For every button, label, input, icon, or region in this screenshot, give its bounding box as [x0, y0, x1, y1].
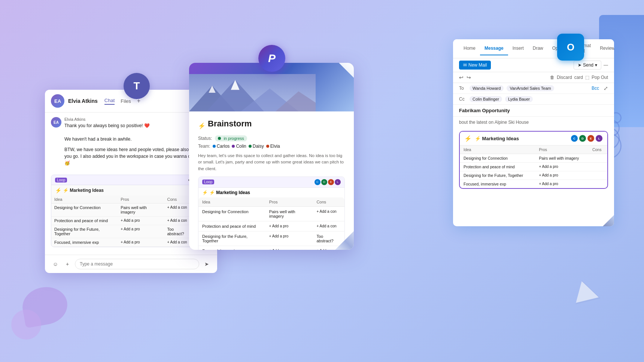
send-icon: ➤: [578, 62, 581, 68]
table-row: Designing for Connection Pairs well with…: [460, 154, 607, 163]
loop-lightning-icon: ⚡: [198, 122, 206, 129]
col-idea: Idea: [198, 197, 265, 207]
table-row: Focused, immersive exp + Add a pro: [460, 180, 607, 188]
message-input[interactable]: [75, 259, 199, 269]
col-cons: Cons: [589, 145, 607, 154]
bcc-toggle[interactable]: Bcc: [592, 86, 599, 91]
loop-main-table: Idea Pros Cons Designing for Connection …: [198, 197, 344, 250]
loop-card-header: ⚡ ⚡ Marketing Ideas C D E L: [460, 132, 607, 145]
loop-main-lightning: ⚡: [202, 190, 208, 195]
message-avatar-1: EA: [51, 117, 61, 128]
loop-main-title: ⚡ ⚡ Marketing Ideas: [198, 188, 344, 197]
loop-main-window: ⚡ Brainstorm Status: in progress Team: C…: [189, 63, 354, 250]
loop-team-row: Team: Carlos Colin Daisy Elvia: [198, 144, 345, 149]
loop-header-label: Loop: [55, 178, 67, 182]
send-icon[interactable]: ➤: [202, 260, 211, 269]
teams-user-avatar: EA: [51, 94, 64, 108]
loop-letter: P: [268, 52, 276, 65]
outlook-letter: O: [567, 42, 574, 53]
loop-comp-title: ⚡ ⚡ Marketing Ideas: [51, 185, 211, 196]
to-recipient-group[interactable]: VanArsdel Sales Team: [507, 85, 554, 91]
loop-status-row: Status: in progress: [198, 135, 345, 141]
subject-field[interactable]: Fabrikam Opportunity: [453, 105, 614, 117]
cc-recipient-1[interactable]: Colin Ballinger: [470, 96, 502, 102]
loop-content: ⚡ Brainstorm Status: in progress Team: C…: [189, 111, 354, 250]
pop-out-label: Pop Out: [592, 75, 608, 80]
bg-bubble-left2: [11, 310, 41, 340]
nav-home[interactable]: Home: [459, 42, 480, 55]
cc-label: Cc: [459, 96, 467, 102]
cc-field: Cc Colin Ballinger Lydia Bauer: [453, 94, 614, 105]
outlook-nav: Home Message Insert Draw Options Format …: [453, 39, 614, 58]
teams-logo: T: [124, 73, 150, 99]
status-label: Status:: [198, 136, 212, 141]
avatar-d: D: [579, 135, 586, 142]
cc-recipient-2[interactable]: Lydia Bauer: [505, 96, 533, 102]
send-button[interactable]: ➤ Send ▾: [574, 61, 601, 70]
table-row: Focused, immersive exp + Add a pro + Add…: [198, 246, 344, 250]
loop-card-title: ⚡ Marketing Ideas: [475, 136, 519, 141]
expand-icon[interactable]: ⤢: [604, 85, 608, 91]
redo-icon[interactable]: ↪: [467, 74, 471, 80]
nav-draw[interactable]: Draw: [528, 42, 548, 55]
message-row-2: BTW, we have some ideas here and people …: [51, 146, 211, 166]
outlook-logo: O: [557, 34, 584, 61]
table-row: Designing for Connection Pairs well with…: [198, 206, 344, 221]
new-mail-icon: ✉: [463, 62, 467, 68]
status-badge: in progress: [215, 135, 247, 141]
teams-tab-chat[interactable]: Chat: [104, 98, 115, 105]
teams-contact-name: Elvia Atkins: [68, 98, 98, 104]
table-row: Protection and peace of mind + Add a pro: [460, 163, 607, 171]
attach-icon[interactable]: +: [63, 260, 72, 269]
team-member-0: Carlos: [213, 144, 230, 149]
outlook-loop-table: Idea Pros Cons Designing for Connection …: [460, 145, 607, 188]
outlook-toolbar: ✉ New Mail ➤ Send ▾ —: [453, 58, 614, 72]
col-pros: Pros: [265, 197, 313, 207]
col-pros: Pros: [535, 145, 589, 154]
loop-table-teams: Idea Pros Cons Votes Designing for Conne…: [51, 196, 211, 247]
email-body[interactable]: bout the latest on Alpine Ski House: [453, 117, 614, 128]
avatar-c: C: [571, 135, 578, 142]
loop-doc-title: Brainstorm: [208, 119, 252, 129]
team-member-1: Colin: [232, 144, 246, 149]
loop-card-lightning: ⚡: [464, 135, 472, 142]
table-row: Designing for the Future, Together + Add…: [198, 231, 344, 246]
loop-logo: P: [258, 45, 285, 72]
lightning-icon: ⚡: [55, 187, 61, 193]
emoji-icon[interactable]: ☺: [51, 260, 60, 269]
avatar-l: L: [595, 135, 603, 142]
new-mail-button[interactable]: ✉ New Mail: [459, 61, 491, 70]
to-recipient-1[interactable]: Wanda Howard: [470, 85, 504, 91]
table-row: Protection and peace of mind + Add a pro…: [51, 217, 211, 225]
team-member-2: Daisy: [249, 144, 264, 149]
team-label: Team:: [198, 144, 210, 149]
nav-review[interactable]: Review: [595, 42, 614, 55]
outlook-window: Home Message Insert Draw Options Format …: [453, 39, 614, 226]
col-pros: Pros: [118, 196, 164, 203]
loop-main-comp-header: Loop C D E L: [198, 177, 344, 188]
col-idea: Idea: [51, 196, 118, 203]
to-label: To: [459, 86, 467, 91]
teams-input-bar: ☺ + ➤: [45, 255, 217, 273]
team-member-3: Elvia: [266, 144, 280, 149]
card-label: card: [574, 75, 583, 80]
nav-insert[interactable]: Insert: [508, 42, 528, 55]
loop-comp-users: C D E L: [315, 179, 341, 185]
outlook-loop-card: ⚡ ⚡ Marketing Ideas C D E L Idea Pros Co…: [459, 131, 608, 189]
avatar-e: E: [587, 135, 595, 142]
loop-card-avatars: C D E L: [571, 135, 603, 142]
loop-description: Hey team, let's use this space to collec…: [198, 153, 345, 172]
to-field: To Wanda Howard VanArsdel Sales Team Bcc…: [453, 83, 614, 94]
undo-icon[interactable]: ↩: [459, 74, 464, 80]
teams-loop-component: Loop ●●●● ✕ ⚡ ⚡ Marketing Ideas Idea Pro…: [51, 175, 211, 247]
outlook-compose-toolbar: ↩ ↪ 🗑 Discard card ⬚ Pop Out: [453, 72, 614, 83]
table-row: Focused, immersive exp + Add a pro + Add…: [51, 238, 211, 247]
send-dropdown[interactable]: ▾: [595, 62, 597, 68]
col-idea: Idea: [460, 145, 535, 154]
trash-icon[interactable]: 🗑: [550, 75, 555, 80]
table-row: Designing for the Future, Together + Add…: [460, 171, 607, 180]
table-row: Protection and peace of mind + Add a pro…: [198, 221, 344, 231]
pop-out-icon[interactable]: ⬚: [585, 75, 589, 80]
nav-message[interactable]: Message: [480, 42, 508, 55]
table-row: Designing for Connection Pairs well with…: [51, 203, 211, 217]
